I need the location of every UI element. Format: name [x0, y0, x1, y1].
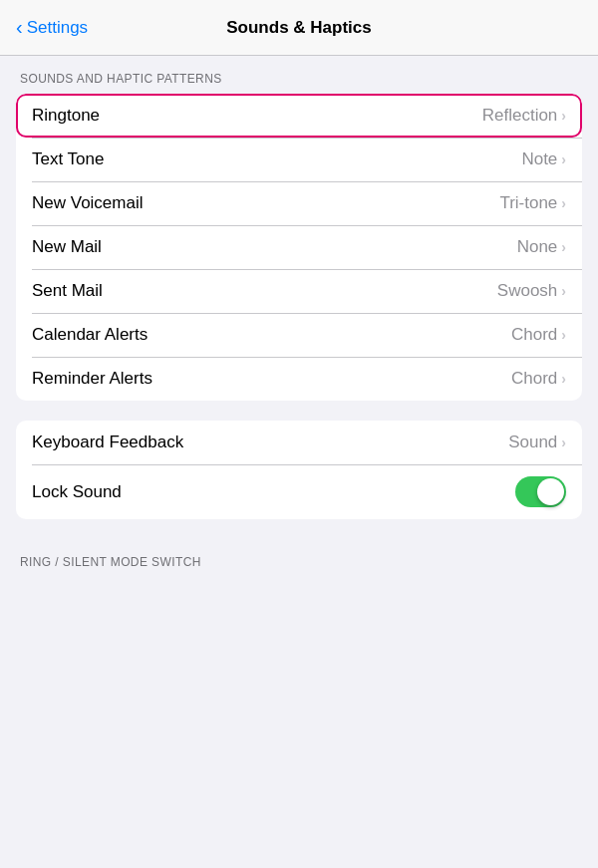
- new-voicemail-row[interactable]: New Voicemail Tri-tone ›: [16, 181, 582, 225]
- new-voicemail-label: New Voicemail: [32, 193, 144, 213]
- new-mail-label: New Mail: [32, 237, 102, 257]
- sent-mail-row[interactable]: Sent Mail Swoosh ›: [16, 269, 582, 313]
- reminder-alerts-label: Reminder Alerts: [32, 369, 152, 389]
- page-title: Sounds & Haptics: [226, 18, 371, 38]
- sent-mail-value-container: Swoosh ›: [497, 281, 566, 301]
- text-tone-chevron-icon: ›: [561, 151, 566, 167]
- spacer1: [0, 401, 598, 421]
- new-mail-chevron-icon: ›: [561, 239, 566, 255]
- keyboard-feedback-value: Sound: [508, 433, 557, 452]
- lock-sound-toggle[interactable]: [515, 476, 566, 507]
- sent-mail-label: Sent Mail: [32, 281, 103, 301]
- text-tone-row[interactable]: Text Tone Note ›: [16, 138, 582, 181]
- new-mail-value: None: [517, 237, 558, 257]
- back-label: Settings: [27, 18, 88, 38]
- reminder-alerts-value-container: Chord ›: [511, 369, 566, 389]
- calendar-alerts-value-container: Chord ›: [511, 325, 566, 345]
- section3-label: RING / SILENT MODE SWITCH: [0, 539, 598, 577]
- text-tone-value: Note: [521, 149, 557, 169]
- calendar-alerts-chevron-icon: ›: [561, 327, 566, 343]
- calendar-alerts-label: Calendar Alerts: [32, 325, 148, 345]
- toggle-knob: [537, 478, 564, 505]
- reminder-alerts-row[interactable]: Reminder Alerts Chord ›: [16, 357, 582, 401]
- text-tone-value-container: Note ›: [521, 149, 566, 169]
- keyboard-feedback-value-container: Sound ›: [508, 433, 566, 452]
- nav-bar: ‹ Settings Sounds & Haptics: [0, 0, 598, 56]
- lock-sound-label: Lock Sound: [32, 482, 122, 502]
- sounds-haptic-group: Ringtone Reflection › Text Tone Note › N…: [16, 94, 582, 401]
- new-mail-row[interactable]: New Mail None ›: [16, 225, 582, 269]
- reminder-alerts-chevron-icon: ›: [561, 371, 566, 387]
- lock-sound-toggle-container: [515, 476, 566, 507]
- ringtone-label: Ringtone: [32, 106, 100, 126]
- reminder-alerts-value: Chord: [511, 369, 557, 389]
- keyboard-feedback-row[interactable]: Keyboard Feedback Sound ›: [16, 421, 582, 464]
- keyboard-feedback-chevron-icon: ›: [561, 434, 566, 450]
- new-mail-value-container: None ›: [517, 237, 566, 257]
- ringtone-value: Reflection: [482, 106, 558, 126]
- ringtone-value-container: Reflection ›: [482, 106, 566, 126]
- keyboard-lock-group: Keyboard Feedback Sound › Lock Sound: [16, 421, 582, 519]
- text-tone-label: Text Tone: [32, 149, 104, 169]
- section1-label: SOUNDS AND HAPTIC PATTERNS: [0, 56, 598, 94]
- new-voicemail-value: Tri-tone: [499, 193, 557, 213]
- ringtone-chevron-icon: ›: [561, 108, 566, 124]
- back-button[interactable]: ‹ Settings: [16, 18, 88, 38]
- new-voicemail-chevron-icon: ›: [561, 195, 566, 211]
- sent-mail-value: Swoosh: [497, 281, 557, 301]
- back-chevron-icon: ‹: [16, 17, 23, 37]
- lock-sound-row[interactable]: Lock Sound: [16, 464, 582, 519]
- new-voicemail-value-container: Tri-tone ›: [499, 193, 566, 213]
- sent-mail-chevron-icon: ›: [561, 283, 566, 299]
- calendar-alerts-value: Chord: [511, 325, 557, 345]
- ringtone-row[interactable]: Ringtone Reflection ›: [16, 94, 582, 138]
- calendar-alerts-row[interactable]: Calendar Alerts Chord ›: [16, 313, 582, 357]
- keyboard-feedback-label: Keyboard Feedback: [32, 433, 183, 452]
- spacer2: [0, 519, 598, 539]
